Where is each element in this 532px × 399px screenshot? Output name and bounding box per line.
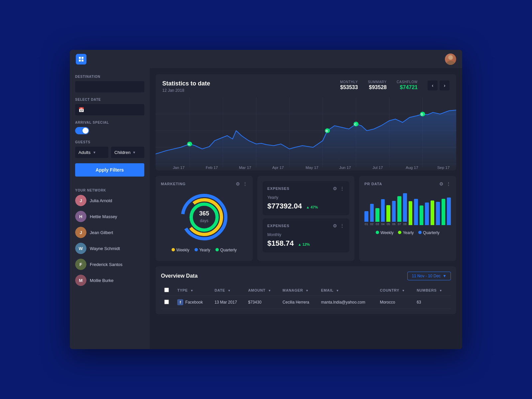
bar — [370, 204, 374, 222]
chart-svg: Jan 17 Feb 17 Mar 17 Apr 17 May 17 Jun 1… — [156, 97, 456, 171]
stats-title: Statistics to date — [162, 80, 210, 87]
cashflow-value: $74721 — [397, 84, 418, 90]
expenses-monthly-title: EXPENSES — [267, 224, 289, 228]
col-amount[interactable]: AMOUNT ▼ — [245, 285, 279, 296]
col-numbers[interactable]: NUMBERS ▼ — [413, 285, 451, 296]
settings-icon[interactable]: ⚙ — [236, 181, 240, 187]
monthly-more-icon[interactable]: ⋮ — [340, 223, 344, 228]
bar — [420, 205, 424, 225]
expenses-yearly-title: EXPENSES — [267, 187, 289, 191]
network-item[interactable]: M Mollie Burke — [75, 275, 144, 286]
expenses-monthly-header: EXPENSES ⚙ ⋮ — [267, 223, 344, 228]
apply-filters-button[interactable]: Apply Filters — [75, 163, 144, 177]
children-dropdown[interactable]: Children ▼ — [111, 147, 144, 158]
bar-item: 03 — [375, 208, 379, 226]
bar — [431, 200, 435, 225]
expenses-settings-icon[interactable]: ⚙ — [333, 186, 337, 191]
donut-chart: 365 days — [161, 191, 247, 244]
marketing-card: MARKETING ⚙ ⋮ — [156, 176, 253, 261]
cards-row: MARKETING ⚙ ⋮ — [156, 176, 456, 261]
app-logo[interactable] — [76, 54, 86, 65]
date-input[interactable] — [75, 104, 144, 115]
network-item[interactable]: H Hettie Massey — [75, 211, 144, 222]
avatar-img: J — [75, 227, 86, 238]
network-item[interactable]: J Julia Arnold — [75, 195, 144, 206]
monthly-amount: $158.74 ▲ 12% — [267, 239, 344, 248]
network-name: Julia Arnold — [90, 198, 112, 203]
toggle-thumb — [82, 128, 88, 134]
adults-dropdown[interactable]: Adults ▼ — [75, 147, 108, 158]
bar — [409, 201, 413, 225]
overview-table-wrap: TYPE ▼ DATE ▼ AMOUNT ▼ MANAGER ▼ EMAIL ▼… — [161, 285, 451, 309]
bar — [392, 201, 396, 222]
expenses-more-icon[interactable]: ⋮ — [340, 186, 344, 191]
pr-card-header: PR DATA ⚙ ⋮ — [364, 181, 451, 187]
svg-text:C: C — [354, 123, 356, 126]
more-icon[interactable]: ⋮ — [243, 181, 247, 187]
bar-label: 07 — [398, 222, 401, 226]
bar — [381, 199, 385, 222]
bar-item: 06 — [392, 201, 396, 226]
col-email[interactable]: EMAIL ▼ — [318, 285, 377, 296]
donut-days-number: 365 — [199, 210, 209, 217]
bar-item — [414, 199, 418, 226]
bar-item — [447, 198, 451, 226]
overview-title: Overview Data — [161, 273, 198, 279]
monthly-settings-icon[interactable]: ⚙ — [333, 223, 337, 228]
network-avatar: F — [75, 259, 86, 270]
col-country[interactable]: COUNTRY ▼ — [376, 285, 413, 296]
header — [70, 50, 462, 68]
sidebar: DESTINATION SELECT DATE 📅 ARRIVAL SPECIA… — [70, 68, 150, 349]
row-numbers: 63 — [413, 296, 451, 309]
select-all-checkbox[interactable] — [164, 288, 169, 292]
destination-input[interactable] — [75, 81, 144, 92]
bar — [397, 196, 401, 222]
arrival-special-toggle[interactable] — [75, 127, 89, 134]
chart-nav-buttons: ‹ › — [428, 80, 450, 90]
pr-legend: Weekly Yearly Quarterly — [364, 230, 451, 235]
network-list: J Julia Arnold H Hettie Massey J Jean Gi… — [75, 195, 144, 286]
col-type[interactable]: TYPE ▼ — [174, 285, 211, 296]
pr-legend-weekly: Weekly — [376, 230, 393, 235]
date-range-button[interactable]: 11 Nov - 10 Dec ▼ — [407, 272, 451, 280]
col-manager[interactable]: MANAGER ▼ — [279, 285, 318, 296]
chart-prev-button[interactable]: ‹ — [428, 80, 438, 90]
overview-table: TYPE ▼ DATE ▼ AMOUNT ▼ MANAGER ▼ EMAIL ▼… — [161, 285, 451, 309]
network-item[interactable]: F Frederick Santos — [75, 259, 144, 270]
table-body: f Facebook 13 Mar 2017 $73430 Cecilia He… — [161, 296, 451, 309]
network-item[interactable]: W Wayne Schmidt — [75, 243, 144, 254]
col-date[interactable]: DATE ▼ — [211, 285, 245, 296]
network-item[interactable]: J Jean Gilbert — [75, 227, 144, 238]
children-chevron-icon: ▼ — [132, 151, 141, 154]
calendar-icon: 📅 — [78, 107, 84, 112]
svg-text:B: B — [326, 129, 328, 133]
monthly-value: $53533 — [340, 84, 358, 90]
expenses-yearly-icons: ⚙ ⋮ — [333, 186, 344, 191]
network-avatar: W — [75, 243, 86, 254]
yearly-badge: ▲ 47% — [306, 205, 318, 209]
bar-label: 02 — [370, 222, 373, 226]
network-avatar: M — [75, 275, 86, 286]
row-manager: Cecilia Herrera — [279, 296, 318, 309]
cashflow-label: CASHFLOW — [397, 80, 418, 84]
table-row: f Facebook 13 Mar 2017 $73430 Cecilia He… — [161, 296, 451, 309]
cashflow-metric: CASHFLOW $74721 — [397, 80, 418, 90]
monthly-label: MONTHLY — [340, 80, 358, 84]
pr-more-icon[interactable]: ⋮ — [446, 181, 451, 187]
network-name: Wayne Schmidt — [90, 246, 120, 251]
network-avatar: H — [75, 211, 86, 222]
destination-label: DESTINATION — [75, 75, 144, 78]
legend-yearly: Yearly — [195, 248, 210, 252]
pr-settings-icon[interactable]: ⚙ — [439, 181, 444, 187]
stats-date: 12 Jan 2018 — [162, 88, 210, 93]
avatar[interactable] — [445, 54, 456, 65]
row-checkbox[interactable] — [164, 300, 169, 304]
chart-next-button[interactable]: › — [440, 80, 450, 90]
bar-item: 05 — [386, 205, 390, 226]
bar — [414, 199, 418, 225]
guest-dropdowns: Adults ▼ Children ▼ — [75, 147, 144, 158]
marketing-card-header: MARKETING ⚙ ⋮ — [161, 181, 247, 187]
pr-bars: 01 02 03 04 05 06 07 08 — [364, 191, 451, 227]
svg-rect-1 — [81, 57, 83, 59]
bar-label: 08 — [403, 222, 407, 226]
